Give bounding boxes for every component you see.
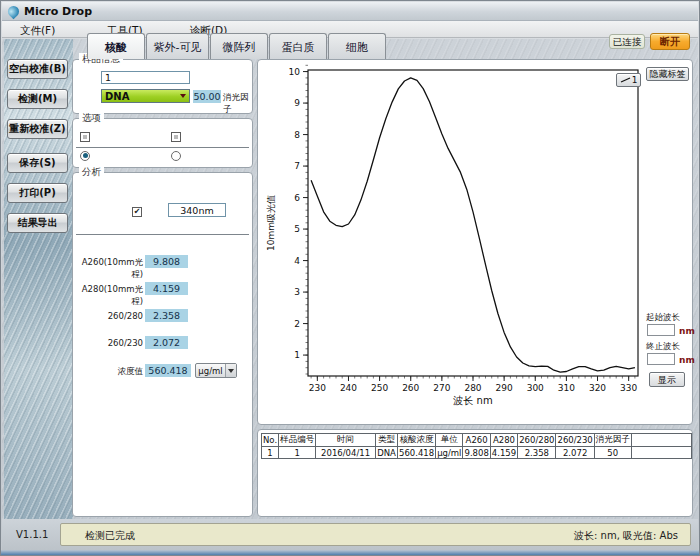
column-header: 260/280 — [518, 434, 556, 447]
tab-microarray[interactable]: 微阵列 — [210, 33, 268, 59]
start-wavelength-unit: nm — [679, 326, 695, 336]
svg-text:7: 7 — [294, 161, 300, 171]
table-cell: 1 — [279, 447, 316, 459]
app-window: Micro Drop 文件(F) 工具(T) 诊断(D) 核酸 紫外-可见 微阵… — [0, 0, 700, 556]
options-panel: 选项 — [72, 118, 253, 168]
column-header: No. — [262, 434, 279, 447]
svg-text:2: 2 — [294, 319, 300, 329]
analysis-panel: 分析 ✔ A260(10mm光程) 9.808 A280(10mm光程) 4.1… — [72, 172, 253, 517]
svg-text:300: 300 — [527, 383, 544, 393]
column-header: 类型 — [376, 434, 398, 447]
column-header: 核酸浓度 — [398, 434, 436, 447]
a280-label: A280(10mm光程) — [73, 284, 143, 308]
column-header: 时间 — [316, 434, 376, 447]
sample-id-input[interactable] — [101, 71, 190, 84]
svg-text:10mm吸光值: 10mm吸光值 — [266, 195, 276, 251]
svg-text:8: 8 — [294, 130, 300, 140]
start-wavelength-label: 起始波长 — [646, 312, 680, 324]
print-button[interactable]: 打印(P) — [7, 183, 68, 203]
results-table: No.样品编号时间类型核酸浓度单位A260A280260/280260/230消… — [261, 433, 692, 459]
window-title: Micro Drop — [24, 5, 92, 18]
analysis-separator — [76, 234, 249, 235]
wavelength-340-checkbox[interactable]: ✔ — [132, 207, 142, 217]
start-wavelength-input[interactable] — [647, 324, 675, 336]
svg-text:260: 260 — [402, 383, 419, 393]
concentration-value: 560.418 — [145, 364, 191, 377]
tab-cell[interactable]: 细胞 — [328, 33, 386, 59]
tab-protein[interactable]: 蛋白质 — [269, 33, 327, 59]
end-wavelength-label: 终止波长 — [646, 341, 680, 353]
sidebar: 空白校准(B) 检测(M) 重新校准(Z) 保存(S) 打印(P) 结果导出 — [4, 39, 73, 523]
a260-label: A260(10mm光程) — [73, 257, 143, 281]
blank-calibrate-button[interactable]: 空白校准(B) — [7, 59, 68, 79]
table-cell: μg/ml — [436, 447, 463, 459]
table-cell: 50 — [594, 447, 631, 459]
window-bottom-edge — [1, 550, 699, 555]
title-bar: Micro Drop — [2, 2, 698, 21]
export-results-button[interactable]: 结果导出 — [7, 213, 68, 233]
spectrum-chart-panel: 1234567891023024025026027028029030031032… — [257, 59, 693, 425]
table-cell: 2016/04/11 — [316, 447, 376, 459]
ratio-260-280-label: 260/280 — [73, 311, 143, 321]
svg-text:320: 320 — [589, 383, 606, 393]
table-cell: 2.072 — [556, 447, 594, 459]
version-label: V1.1.1 — [16, 529, 48, 540]
status-strip: 检测已完成 波长: nm, 吸光值: Abs — [60, 523, 691, 546]
svg-text:4: 4 — [294, 256, 300, 266]
end-wavelength-input[interactable] — [647, 353, 675, 365]
legend-button[interactable]: 1 — [616, 73, 641, 87]
table-cell: 2.358 — [518, 447, 556, 459]
svg-text:250: 250 — [371, 383, 388, 393]
chevron-down-icon — [180, 94, 186, 98]
a260-value: 9.808 — [145, 255, 188, 268]
svg-text:5: 5 — [294, 224, 300, 234]
table-cell: 9.808 — [463, 447, 490, 459]
recalibrate-button[interactable]: 重新校准(Z) — [7, 119, 68, 139]
show-range-button[interactable]: 显示 — [649, 372, 685, 387]
save-button[interactable]: 保存(S) — [7, 153, 68, 173]
option-radio-1[interactable] — [80, 151, 90, 161]
sample-type-value: DNA — [102, 91, 180, 102]
tab-nucleic-acid[interactable]: 核酸 — [87, 33, 145, 59]
extinction-factor-label: 消光因子 — [223, 92, 252, 116]
option-checkbox-1[interactable] — [80, 132, 90, 142]
analysis-title: 分析 — [79, 166, 104, 179]
column-header: 样品编号 — [279, 434, 316, 447]
svg-text:1: 1 — [294, 350, 300, 360]
ratio-260-230-label: 260/230 — [73, 338, 143, 348]
svg-text:波长 nm: 波长 nm — [452, 395, 492, 406]
menu-file[interactable]: 文件(F) — [16, 23, 59, 39]
measure-button[interactable]: 检测(M) — [7, 89, 68, 109]
sample-type-select[interactable]: DNA — [101, 89, 190, 103]
svg-text:9: 9 — [294, 98, 300, 108]
table-row[interactable]: 112016/04/11DNA560.418μg/ml9.8084.1592.3… — [262, 447, 692, 459]
column-header: A260 — [463, 434, 490, 447]
legend-series-label: 1 — [632, 75, 638, 85]
svg-text:230: 230 — [309, 383, 326, 393]
column-header: A280 — [490, 434, 517, 447]
legend-line-icon — [620, 76, 631, 84]
table-cell — [631, 447, 691, 459]
option-checkbox-2[interactable] — [171, 132, 181, 142]
wavelength-340-input[interactable] — [168, 203, 226, 217]
column-header: 单位 — [436, 434, 463, 447]
table-cell: 560.418 — [398, 447, 436, 459]
svg-text:10: 10 — [289, 67, 301, 77]
tab-uv-vis[interactable]: 紫外-可见 — [146, 33, 209, 59]
disconnect-button[interactable]: 断开 — [650, 33, 690, 50]
connection-status-badge: 已连接 — [609, 34, 645, 49]
option-radio-2[interactable] — [171, 151, 181, 161]
table-cell: 4.159 — [490, 447, 517, 459]
svg-text:270: 270 — [433, 383, 450, 393]
status-message: 检测已完成 — [85, 529, 135, 543]
svg-text:330: 330 — [620, 383, 637, 393]
concentration-unit-value: μg/ml — [196, 366, 225, 376]
concentration-unit-select[interactable]: μg/ml — [195, 363, 237, 378]
hide-labels-button[interactable]: 隐藏标签 — [646, 67, 689, 81]
table-cell: 1 — [262, 447, 279, 459]
svg-text:6: 6 — [294, 193, 300, 203]
status-readout: 波长: nm, 吸光值: Abs — [574, 529, 678, 543]
options-title: 选项 — [79, 112, 104, 125]
table-header-row: No.样品编号时间类型核酸浓度单位A260A280260/280260/230消… — [262, 434, 692, 447]
svg-text:240: 240 — [340, 383, 357, 393]
